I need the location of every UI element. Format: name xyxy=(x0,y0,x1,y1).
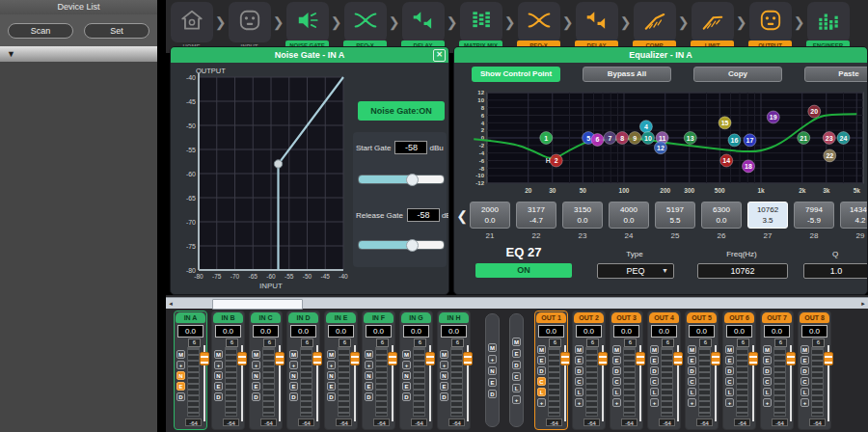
channel-gain-value[interactable]: 0.0 xyxy=(689,325,715,338)
channel-strip-out-5[interactable]: OUT 50.06-64MEDCL+ xyxy=(685,310,719,430)
key-plus-button[interactable]: + xyxy=(289,361,298,369)
band-button-25[interactable]: 51975.5 xyxy=(655,202,695,229)
toolbar-item-peq-x[interactable]: PEQ-X xyxy=(516,0,561,53)
fader-handle[interactable] xyxy=(748,352,758,365)
key-plus-button[interactable]: + xyxy=(537,398,546,407)
channel-gain-value[interactable]: 0.0 xyxy=(726,325,752,338)
key-l-button[interactable]: L xyxy=(650,388,659,396)
key-m-button[interactable]: M xyxy=(327,350,336,359)
channel-strip-in-g[interactable]: IN G0.06-64M+NED xyxy=(399,310,433,430)
key-m-button[interactable]: M xyxy=(289,350,298,359)
key-d-button[interactable]: D xyxy=(537,366,546,375)
key-e-button[interactable]: E xyxy=(402,382,411,391)
eq-point-17[interactable]: 17 xyxy=(744,134,756,147)
toolbar-tile[interactable] xyxy=(692,2,734,42)
key-m-button[interactable]: M xyxy=(365,350,373,359)
toolbar-item-comp[interactable]: COMP xyxy=(632,0,677,53)
key-c-button[interactable]: C xyxy=(575,377,583,386)
key-plus-button[interactable]: + xyxy=(327,361,336,369)
toolbar-item-delay[interactable]: DELAY xyxy=(400,0,446,53)
key-plus-button[interactable]: + xyxy=(650,398,659,407)
channel-strip-out-4[interactable]: OUT 40.06-64MEDCL+ xyxy=(647,310,681,430)
fader-handle[interactable] xyxy=(237,352,247,365)
toolbar-item-matrix-mix[interactable]: MATRIX MIX xyxy=(458,0,503,53)
key-n-button[interactable]: N xyxy=(252,371,260,380)
key-c-button[interactable]: C xyxy=(688,377,696,386)
key-n-button[interactable]: N xyxy=(440,371,448,380)
key-plus-button[interactable]: + xyxy=(402,361,411,369)
eq-point-13[interactable]: 13 xyxy=(684,132,696,145)
eq-point-19[interactable]: 19 xyxy=(767,111,779,123)
channel-gain-value[interactable]: 0.0 xyxy=(290,325,316,338)
fader-handle[interactable] xyxy=(560,352,570,365)
scan-button[interactable]: Scan xyxy=(8,23,73,39)
key-plus-button[interactable]: + xyxy=(688,398,696,407)
key-m-button[interactable]: M xyxy=(176,350,185,359)
key-m-button[interactable]: M xyxy=(512,338,521,346)
q-field[interactable]: 1.0 xyxy=(803,263,868,279)
eq-point-18[interactable]: 18 xyxy=(743,160,755,173)
fader-handle[interactable] xyxy=(350,352,360,365)
key-d-button[interactable]: D xyxy=(800,366,809,375)
eq-point-10[interactable]: 10 xyxy=(642,132,655,145)
key-c-button[interactable]: C xyxy=(612,377,621,386)
scroll-left-arrow-icon[interactable]: ◂ xyxy=(166,300,176,308)
key-l-button[interactable]: L xyxy=(763,388,772,396)
channel-gain-value[interactable]: 0.0 xyxy=(764,325,790,338)
key-e-button[interactable]: E xyxy=(575,356,583,364)
eq-point-24[interactable]: 24 xyxy=(837,132,850,145)
master-strip-1[interactable]: M+NED xyxy=(485,313,500,427)
key-l-button[interactable]: L xyxy=(575,388,583,396)
key-n-button[interactable]: N xyxy=(327,371,336,380)
key-d-button[interactable]: D xyxy=(440,392,448,401)
channel-gain-value[interactable]: 0.0 xyxy=(538,325,564,338)
key-m-button[interactable]: M xyxy=(440,350,448,359)
toolbar-tile[interactable] xyxy=(460,2,502,42)
key-d-button[interactable]: D xyxy=(176,392,185,401)
bypass-all-button[interactable]: Bypass All xyxy=(583,67,671,82)
key-plus-button[interactable]: + xyxy=(488,355,497,364)
eq-point-14[interactable]: 14 xyxy=(720,154,733,167)
band-button-28[interactable]: 7994-5.9 xyxy=(794,202,834,229)
key-plus-button[interactable]: + xyxy=(252,361,260,369)
key-m-button[interactable]: M xyxy=(402,350,411,359)
band-button-23[interactable]: 31500.0 xyxy=(562,202,603,229)
eq-point-15[interactable]: 15 xyxy=(719,117,731,129)
eq-point-8[interactable]: 8 xyxy=(616,132,629,145)
key-c-button[interactable]: C xyxy=(725,377,734,386)
channel-gain-value[interactable]: 0.0 xyxy=(441,325,467,338)
key-m-button[interactable]: M xyxy=(488,343,497,352)
key-d-button[interactable]: D xyxy=(252,392,260,401)
show-control-point-button[interactable]: Show Control Point xyxy=(472,67,560,82)
close-icon[interactable]: ✕ xyxy=(433,49,446,62)
key-l-button[interactable]: L xyxy=(512,384,521,392)
key-l-button[interactable]: L xyxy=(800,388,809,396)
key-l-button[interactable]: L xyxy=(725,388,734,396)
key-m-button[interactable]: M xyxy=(763,345,772,354)
channel-gain-value[interactable]: 0.0 xyxy=(253,325,279,338)
key-d-button[interactable]: D xyxy=(725,366,734,375)
fader-handle[interactable] xyxy=(463,352,473,365)
paste-button[interactable]: Paste xyxy=(804,67,868,82)
key-l-button[interactable]: L xyxy=(612,388,621,396)
channel-strip-out-8[interactable]: OUT 80.06-64MEDCL+ xyxy=(798,310,831,430)
fader-handle[interactable] xyxy=(312,352,322,365)
key-e-button[interactable]: E xyxy=(327,382,336,391)
key-d-button[interactable]: D xyxy=(488,390,497,398)
device-group-collapse-bar[interactable]: ▼ xyxy=(0,46,157,62)
key-d-button[interactable]: D xyxy=(327,392,336,401)
toolbar-tile[interactable] xyxy=(229,2,271,42)
key-m-button[interactable]: M xyxy=(537,345,546,354)
release-gate-slider-handle[interactable] xyxy=(406,239,419,252)
key-m-button[interactable]: M xyxy=(612,345,621,354)
key-c-button[interactable]: C xyxy=(763,377,772,386)
key-l-button[interactable]: L xyxy=(537,388,546,396)
key-c-button[interactable]: C xyxy=(537,377,546,386)
key-m-button[interactable]: M xyxy=(575,345,583,354)
key-n-button[interactable]: N xyxy=(488,366,497,375)
fader-handle[interactable] xyxy=(388,352,397,365)
start-gate-slider-handle[interactable] xyxy=(406,174,419,186)
channel-strip-out-1[interactable]: OUT 10.06-64MEDCL+ xyxy=(534,310,568,430)
fader-handle[interactable] xyxy=(786,352,796,365)
channel-gain-value[interactable]: 0.0 xyxy=(403,325,429,338)
